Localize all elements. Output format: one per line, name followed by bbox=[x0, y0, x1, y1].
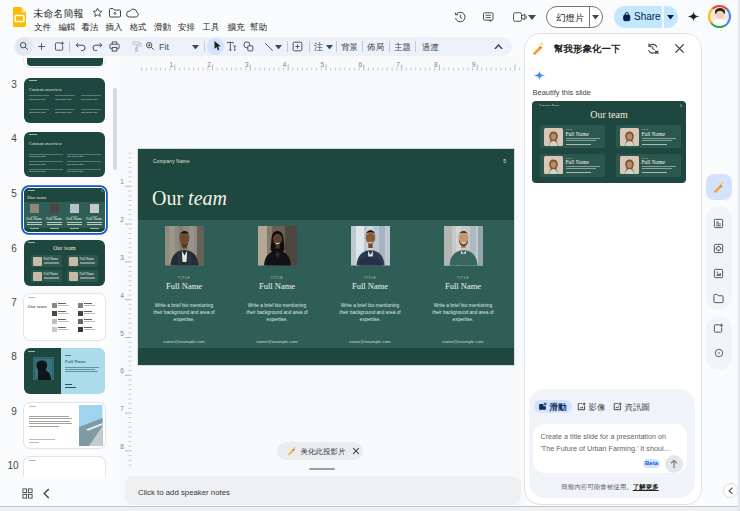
svg-text:3: 3 bbox=[245, 61, 249, 68]
svg-text:2: 2 bbox=[207, 61, 211, 68]
svg-text:5: 5 bbox=[120, 330, 124, 337]
svg-text:6: 6 bbox=[120, 367, 124, 374]
svg-text:1: 1 bbox=[120, 178, 124, 185]
svg-text:4: 4 bbox=[120, 292, 124, 299]
svg-text:9: 9 bbox=[472, 61, 476, 68]
svg-text:6: 6 bbox=[358, 61, 362, 68]
svg-text:1: 1 bbox=[169, 61, 173, 68]
svg-text:4: 4 bbox=[283, 61, 287, 68]
svg-text:8: 8 bbox=[434, 61, 438, 68]
svg-text:3: 3 bbox=[120, 254, 124, 261]
svg-text:7: 7 bbox=[120, 405, 124, 412]
svg-text:2: 2 bbox=[120, 216, 124, 223]
svg-text:5: 5 bbox=[321, 61, 325, 68]
svg-text:8: 8 bbox=[120, 443, 124, 450]
svg-text:7: 7 bbox=[396, 61, 400, 68]
